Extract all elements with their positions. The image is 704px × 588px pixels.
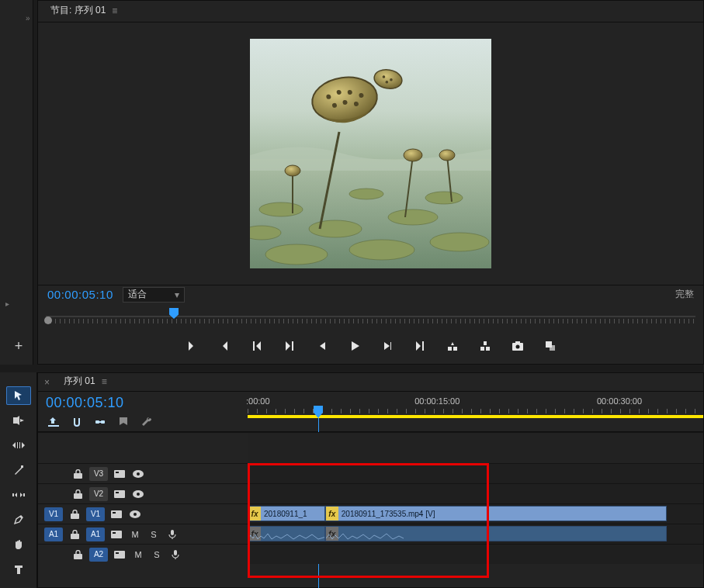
go-to-out-button[interactable] — [282, 338, 297, 354]
source-patch-a1[interactable]: A1 — [44, 527, 63, 541]
audio-clip-2[interactable]: fx — [325, 526, 667, 541]
program-monitor-stage[interactable] — [38, 22, 703, 285]
lock-icon[interactable] — [68, 507, 81, 521]
resolution-status[interactable]: 完整 — [675, 288, 694, 301]
track-header-v2[interactable]: V2 — [38, 483, 248, 503]
scrub-ticks — [46, 319, 695, 323]
program-scrubber[interactable] — [46, 306, 695, 328]
marker-icon[interactable] — [117, 416, 130, 428]
track-target-a2[interactable]: A2 — [89, 548, 108, 562]
track-header-v3[interactable]: V3 — [38, 463, 248, 483]
source-patch-v1[interactable]: V1 — [44, 507, 63, 521]
mute-button[interactable]: M — [128, 527, 142, 541]
step-forward-button[interactable] — [380, 338, 395, 354]
panel-menu-icon[interactable]: ≡ — [102, 376, 107, 387]
eye-icon[interactable] — [128, 507, 142, 521]
insert-overwrite-icon[interactable] — [47, 416, 60, 428]
step-back-button[interactable] — [314, 338, 330, 354]
panel-resize-handle2-icon[interactable]: ▸ — [5, 299, 9, 308]
lane-a2[interactable] — [248, 544, 703, 564]
svg-point-54 — [137, 493, 140, 496]
lock-icon[interactable] — [71, 548, 85, 562]
voiceover-icon[interactable] — [165, 527, 179, 541]
razor-tool[interactable] — [6, 461, 31, 479]
settings-wrench-icon[interactable] — [140, 416, 153, 428]
selection-tool[interactable] — [6, 386, 31, 405]
svg-rect-45 — [74, 473, 82, 479]
toggle-output-icon[interactable] — [113, 467, 127, 481]
ruler-labels: :00:00 00:00:15:00 00:00:30:00 — [248, 396, 703, 407]
lane-v1[interactable]: fx 20180911_1 fx 20180911_173535.mp4 [V] — [248, 503, 703, 524]
mark-in-button[interactable] — [184, 338, 199, 354]
track-label: V3 — [89, 467, 108, 481]
mark-out-button[interactable] — [217, 338, 232, 354]
track-headers: V3 V2 V1 V1 A1 A1 — [38, 432, 248, 564]
lock-icon[interactable] — [71, 487, 85, 501]
lock-icon[interactable] — [71, 467, 85, 481]
lock-icon[interactable] — [68, 527, 81, 541]
track-target-a1[interactable]: A1 — [86, 527, 105, 541]
svg-point-29 — [285, 165, 300, 176]
add-panel-button[interactable]: + — [11, 338, 26, 355]
work-area-bar[interactable] — [248, 415, 703, 418]
track-lanes[interactable]: fx 20180911_1 fx 20180911_173535.mp4 [V]… — [248, 432, 703, 564]
close-icon[interactable]: × — [44, 377, 50, 388]
timeline-tracks: V3 V2 V1 V1 A1 A1 — [38, 432, 703, 564]
lane-v3[interactable] — [248, 463, 703, 483]
track-header-a1[interactable]: A1 A1 M S — [38, 524, 248, 544]
timeline-timecode[interactable]: 00:00:05:10 — [46, 395, 240, 411]
play-button[interactable] — [347, 338, 362, 354]
solo-button[interactable]: S — [150, 548, 164, 562]
linked-selection-icon[interactable] — [94, 416, 106, 428]
scrub-start-knob[interactable] — [44, 316, 52, 324]
svg-rect-47 — [116, 472, 119, 473]
svg-point-28 — [439, 150, 455, 161]
svg-point-3 — [309, 220, 362, 237]
voiceover-icon[interactable] — [168, 548, 182, 562]
timeline-ruler[interactable]: :00:00 00:00:15:00 00:00:30:00 — [248, 392, 703, 432]
audio-clip-1[interactable]: fx — [248, 526, 325, 541]
lift-button[interactable] — [445, 338, 460, 354]
type-tool[interactable] — [6, 560, 31, 579]
svg-rect-46 — [114, 470, 125, 478]
tab-sequence[interactable]: 序列 01 ≡ — [57, 372, 113, 393]
svg-rect-51 — [114, 490, 125, 498]
toggle-output-icon[interactable] — [109, 507, 123, 521]
svg-rect-39 — [550, 345, 555, 351]
mute-button[interactable]: M — [131, 548, 145, 562]
snap-icon[interactable] — [71, 416, 83, 428]
track-header-v1[interactable]: V1 V1 — [38, 503, 248, 524]
tab-program-sequence[interactable]: 节目: 序列 01 ≡ — [44, 2, 123, 22]
toggle-output-icon[interactable] — [109, 527, 123, 541]
video-clip-2[interactable]: fx 20180911_173535.mp4 [V] — [325, 506, 667, 521]
export-frame-button[interactable] — [510, 338, 525, 354]
zoom-level-select[interactable]: 适合 ▾ — [123, 287, 185, 303]
svg-point-27 — [404, 149, 422, 161]
program-timecode[interactable]: 00:00:05:10 — [47, 288, 113, 301]
track-select-tool[interactable] — [6, 411, 31, 430]
panel-resize-handle-icon[interactable]: » — [26, 14, 30, 22]
svg-point-7 — [349, 240, 414, 260]
slip-tool[interactable] — [6, 486, 31, 504]
panel-menu-icon[interactable]: ≡ — [112, 5, 117, 16]
track-header-a2[interactable]: A2 M S — [38, 544, 248, 564]
toggle-output-icon[interactable] — [113, 548, 127, 562]
go-to-end-button[interactable] — [412, 338, 428, 354]
svg-point-5 — [430, 233, 489, 251]
lane-v2[interactable] — [248, 483, 703, 503]
go-to-in-button[interactable] — [249, 338, 265, 354]
eye-icon[interactable] — [131, 467, 145, 481]
toggle-output-icon[interactable] — [113, 487, 127, 501]
lane-a1[interactable]: fx fx — [248, 524, 703, 544]
video-clip-1[interactable]: fx 20180911_1 — [248, 506, 325, 521]
solo-button[interactable]: S — [147, 527, 161, 541]
ripple-edit-tool[interactable] — [6, 436, 31, 455]
eye-icon[interactable] — [131, 487, 145, 501]
track-target-v1[interactable]: V1 — [86, 507, 105, 521]
extract-button[interactable] — [477, 338, 493, 354]
hand-tool[interactable] — [6, 535, 31, 554]
svg-rect-63 — [171, 530, 174, 535]
pen-tool[interactable] — [6, 510, 31, 529]
button-editor-button[interactable] — [543, 338, 558, 354]
program-video-frame — [250, 39, 491, 268]
